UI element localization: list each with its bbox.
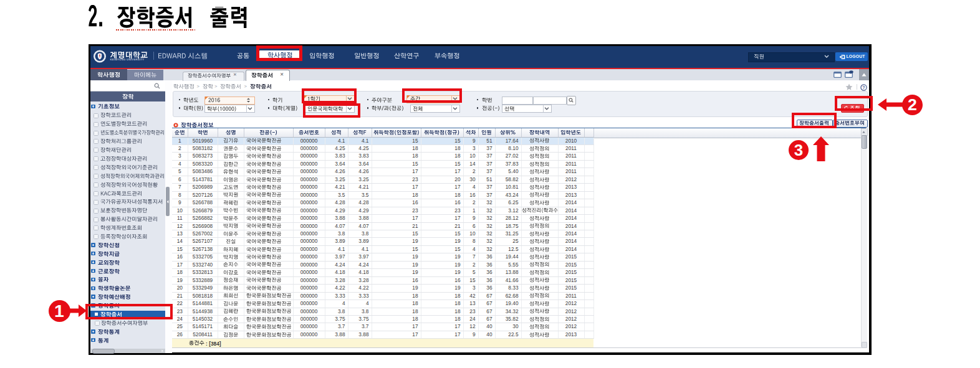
svg-text:?: ? — [862, 85, 865, 90]
